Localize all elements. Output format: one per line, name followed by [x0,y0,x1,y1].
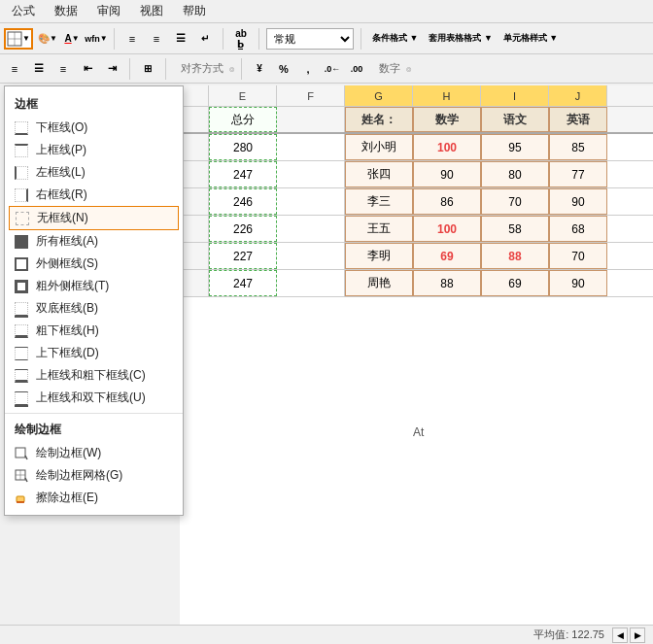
align-middle-button[interactable]: ≡ [146,28,167,50]
cell-F-3[interactable] [277,188,345,215]
cell-I-6[interactable]: 69 [481,270,549,296]
paint-section: 🎨▼ A▼ wfn ▼ [37,28,107,50]
decrease-decimal-button[interactable]: .0← [322,58,343,80]
align-bottom-button[interactable]: ☰ [170,28,191,50]
cell-E-2[interactable]: 247 [209,161,277,187]
cell-I-4[interactable]: 58 [481,216,549,242]
cell-G-4[interactable]: 王五 [345,216,413,242]
border-top-double-bottom-item[interactable]: 上框线和双下框线(U) [5,387,183,409]
cell-E-5[interactable]: 227 [209,243,277,269]
cell-style-button[interactable]: 单元格样式 ▼ [499,28,562,50]
cell-F-1[interactable] [277,134,345,160]
cell-I-2[interactable]: 80 [481,161,549,187]
border-all-item[interactable]: 所有框线(A) [5,230,183,253]
table-format-button[interactable]: 套用表格格式 ▼ [425,28,496,50]
menu-data[interactable]: 数据 [51,1,82,21]
merge-button[interactable]: ⊞ [137,58,158,80]
border-right-item[interactable]: 右框线(R) [5,184,183,206]
scroll-right-button[interactable]: ▶ [630,627,645,643]
cell-J-6[interactable]: 90 [549,270,607,296]
special-button[interactable]: wfn ▼ [86,28,107,50]
border-outer-item[interactable]: 外侧框线(S) [5,253,183,275]
cell-E-3[interactable]: 246 [209,188,277,215]
cell-E-6[interactable]: 247 [209,270,277,296]
wrap-text-button[interactable]: ↵ [194,28,216,50]
increase-indent-button[interactable]: ⇥ [101,58,122,80]
fill-color-button[interactable]: 🎨▼ [37,28,58,50]
border-top-item[interactable]: 上框线(P) [5,139,183,161]
cell-H-5[interactable]: 69 [413,243,481,269]
conditional-format-button[interactable]: 条件格式 ▼ [368,28,422,50]
cell-F-6[interactable] [277,270,345,296]
menu-view[interactable]: 视图 [136,1,167,21]
menu-formula[interactable]: 公式 [8,1,39,21]
cell-H-6[interactable]: 88 [413,270,481,296]
cell-H-1[interactable]: 100 [413,134,481,160]
cell-G-2[interactable]: 张四 [345,161,413,187]
cell-J-1[interactable]: 85 [549,134,607,160]
cell-G-3[interactable]: 李三 [345,188,413,215]
cell-G-header[interactable]: 姓名： [345,107,413,132]
currency-button[interactable]: ¥ [249,58,270,80]
border-none-item[interactable]: 无框线(N) [9,206,179,230]
cell-E-1[interactable]: 280 [209,134,277,160]
number-expand-icon[interactable]: ⌾ [406,64,411,74]
cell-H-2[interactable]: 90 [413,161,481,187]
cell-H-header[interactable]: 数学 [413,107,481,132]
align-top-button[interactable]: ≡ [121,28,143,50]
cell-F-5[interactable] [277,243,345,269]
col-header-G[interactable]: G [345,85,413,106]
toolbar-row1: ▼ 🎨▼ A▼ wfn ▼ ≡ ≡ ☰ ↵ abb̲ 常规 条件格式 ▼ 套用表… [0,23,653,54]
cell-G-5[interactable]: 李明 [345,243,413,269]
number-format-select[interactable]: 常规 [266,28,354,50]
cell-J-5[interactable]: 70 [549,243,607,269]
cell-G-6[interactable]: 周艳 [345,270,413,296]
percent-button[interactable]: % [273,58,294,80]
border-top-bottom-item[interactable]: 上下框线(D) [5,342,183,364]
border-button[interactable]: ▼ [4,28,33,50]
border-left-item[interactable]: 左框线(L) [5,161,183,184]
cell-J-3[interactable]: 90 [549,188,607,215]
align-left-button[interactable]: ≡ [4,58,25,80]
border-thick-outer-item[interactable]: 粗外侧框线(T) [5,275,183,297]
col-header-E[interactable]: E [209,85,277,106]
increase-decimal-button[interactable]: .00 [346,58,367,80]
font-color-button[interactable]: A▼ [61,28,83,50]
border-bottom-icon [15,121,28,135]
cell-F-2[interactable] [277,161,345,187]
draw-border-item[interactable]: 绘制边框(W) [5,442,183,464]
cell-J-header[interactable]: 英语 [549,107,607,132]
cell-I-5[interactable]: 88 [481,243,549,269]
cell-G-1[interactable]: 刘小明 [345,134,413,160]
cell-J-2[interactable]: 77 [549,161,607,187]
col-header-J[interactable]: J [549,85,607,106]
col-header-F[interactable]: F [277,85,345,106]
decrease-indent-button[interactable]: ⇤ [77,58,98,80]
cell-H-4[interactable]: 100 [413,216,481,242]
erase-border-item[interactable]: 擦除边框(E) [5,487,183,509]
border-thick-bottom-item[interactable]: 粗下框线(H) [5,320,183,342]
cell-F-header[interactable] [277,107,345,132]
border-double-bottom-item[interactable]: 双底框线(B) [5,297,183,320]
menu-review[interactable]: 审阅 [93,1,124,21]
cell-H-3[interactable]: 86 [413,188,481,215]
align-expand-icon[interactable]: ⌾ [229,64,234,74]
scroll-left-button[interactable]: ◀ [612,627,628,643]
menu-help[interactable]: 帮助 [179,1,210,21]
cell-F-4[interactable] [277,216,345,242]
align-right-button[interactable]: ≡ [52,58,74,80]
cell-I-header[interactable]: 语文 [481,107,549,132]
cell-I-3[interactable]: 70 [481,188,549,215]
cell-E-4[interactable]: 226 [209,216,277,242]
align-center-button[interactable]: ☰ [28,58,50,80]
col-header-I[interactable]: I [481,85,549,106]
cell-E-header[interactable]: 总分 [209,107,277,132]
border-bottom-item[interactable]: 下框线(O) [5,117,183,139]
cell-I-1[interactable]: 95 [481,134,549,160]
comma-button[interactable]: , [297,58,319,80]
bb-button[interactable]: abb̲ [230,28,252,50]
col-header-H[interactable]: H [413,85,481,106]
cell-J-4[interactable]: 68 [549,216,607,242]
border-top-thick-bottom-item[interactable]: 上框线和粗下框线(C) [5,364,183,387]
draw-border-grid-item[interactable]: 绘制边框网格(G) [5,464,183,487]
